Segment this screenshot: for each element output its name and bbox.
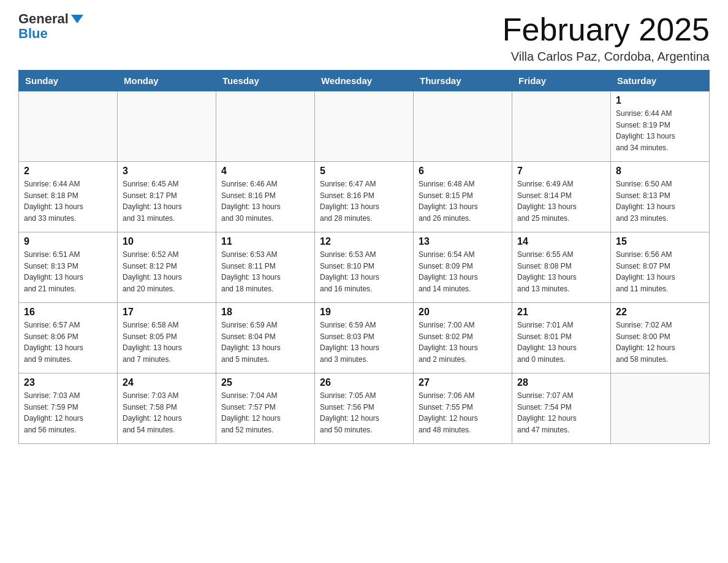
day-number: 22 bbox=[616, 307, 704, 318]
week-row-5: 23Sunrise: 7:03 AMSunset: 7:59 PMDayligh… bbox=[19, 373, 710, 444]
day-info: Sunrise: 6:53 AMSunset: 8:10 PMDaylight:… bbox=[320, 249, 408, 294]
day-info: Sunrise: 6:59 AMSunset: 8:04 PMDaylight:… bbox=[221, 320, 309, 365]
day-number: 6 bbox=[419, 166, 507, 177]
day-number: 8 bbox=[616, 166, 704, 177]
calendar-cell bbox=[414, 91, 512, 162]
calendar-cell: 23Sunrise: 7:03 AMSunset: 7:59 PMDayligh… bbox=[19, 373, 118, 444]
weekday-header-monday: Monday bbox=[118, 71, 216, 91]
day-number: 18 bbox=[221, 307, 309, 318]
calendar-cell: 26Sunrise: 7:05 AMSunset: 7:56 PMDayligh… bbox=[315, 373, 414, 444]
calendar-cell: 18Sunrise: 6:59 AMSunset: 8:04 PMDayligh… bbox=[216, 303, 315, 373]
weekday-header-thursday: Thursday bbox=[414, 71, 512, 91]
day-info: Sunrise: 6:59 AMSunset: 8:03 PMDaylight:… bbox=[320, 320, 408, 365]
page-header: General Blue February 2025 Villa Carlos … bbox=[18, 12, 710, 64]
day-info: Sunrise: 7:05 AMSunset: 7:56 PMDaylight:… bbox=[320, 390, 408, 435]
calendar-cell: 3Sunrise: 6:45 AMSunset: 8:17 PMDaylight… bbox=[118, 162, 216, 232]
day-info: Sunrise: 6:48 AMSunset: 8:15 PMDaylight:… bbox=[419, 178, 507, 224]
day-number: 21 bbox=[517, 307, 605, 318]
day-number: 28 bbox=[517, 377, 605, 388]
day-info: Sunrise: 6:52 AMSunset: 8:12 PMDaylight:… bbox=[123, 249, 211, 294]
calendar-cell: 17Sunrise: 6:58 AMSunset: 8:05 PMDayligh… bbox=[118, 303, 216, 373]
day-number: 3 bbox=[123, 166, 211, 177]
logo-arrow-icon bbox=[71, 15, 83, 23]
day-number: 9 bbox=[24, 236, 112, 247]
calendar-cell: 19Sunrise: 6:59 AMSunset: 8:03 PMDayligh… bbox=[315, 303, 414, 373]
day-info: Sunrise: 6:44 AMSunset: 8:18 PMDaylight:… bbox=[24, 178, 112, 224]
day-info: Sunrise: 6:51 AMSunset: 8:13 PMDaylight:… bbox=[24, 249, 112, 294]
day-info: Sunrise: 6:54 AMSunset: 8:09 PMDaylight:… bbox=[419, 249, 507, 294]
logo: General Blue bbox=[18, 12, 83, 42]
calendar-cell: 24Sunrise: 7:03 AMSunset: 7:58 PMDayligh… bbox=[118, 373, 216, 444]
calendar-table: SundayMondayTuesdayWednesdayThursdayFrid… bbox=[18, 70, 710, 444]
day-number: 7 bbox=[517, 166, 605, 177]
calendar-cell bbox=[216, 91, 315, 162]
day-info: Sunrise: 7:01 AMSunset: 8:01 PMDaylight:… bbox=[517, 320, 605, 365]
calendar-cell: 21Sunrise: 7:01 AMSunset: 8:01 PMDayligh… bbox=[512, 303, 611, 373]
location-subtitle: Villa Carlos Paz, Cordoba, Argentina bbox=[502, 50, 710, 64]
day-info: Sunrise: 6:50 AMSunset: 8:13 PMDaylight:… bbox=[616, 178, 704, 224]
calendar-cell: 8Sunrise: 6:50 AMSunset: 8:13 PMDaylight… bbox=[611, 162, 710, 232]
day-info: Sunrise: 6:46 AMSunset: 8:16 PMDaylight:… bbox=[221, 178, 309, 224]
calendar-cell bbox=[315, 91, 414, 162]
day-info: Sunrise: 6:44 AMSunset: 8:19 PMDaylight:… bbox=[616, 108, 704, 153]
calendar-cell: 5Sunrise: 6:47 AMSunset: 8:16 PMDaylight… bbox=[315, 162, 414, 232]
day-number: 24 bbox=[123, 377, 211, 388]
day-number: 12 bbox=[320, 236, 408, 247]
calendar-cell: 15Sunrise: 6:56 AMSunset: 8:07 PMDayligh… bbox=[611, 232, 710, 303]
weekday-header-saturday: Saturday bbox=[611, 71, 710, 91]
calendar-cell bbox=[118, 91, 216, 162]
calendar-cell: 22Sunrise: 7:02 AMSunset: 8:00 PMDayligh… bbox=[611, 303, 710, 373]
weekday-header-row: SundayMondayTuesdayWednesdayThursdayFrid… bbox=[19, 71, 710, 91]
calendar-cell: 20Sunrise: 7:00 AMSunset: 8:02 PMDayligh… bbox=[414, 303, 512, 373]
day-number: 15 bbox=[616, 236, 704, 247]
day-info: Sunrise: 6:45 AMSunset: 8:17 PMDaylight:… bbox=[123, 178, 211, 224]
week-row-1: 1Sunrise: 6:44 AMSunset: 8:19 PMDaylight… bbox=[19, 91, 710, 162]
day-info: Sunrise: 7:03 AMSunset: 7:58 PMDaylight:… bbox=[123, 390, 211, 435]
logo-text-blue: Blue bbox=[18, 26, 48, 42]
day-number: 13 bbox=[419, 236, 507, 247]
day-number: 10 bbox=[123, 236, 211, 247]
calendar-cell: 4Sunrise: 6:46 AMSunset: 8:16 PMDaylight… bbox=[216, 162, 315, 232]
calendar-cell: 11Sunrise: 6:53 AMSunset: 8:11 PMDayligh… bbox=[216, 232, 315, 303]
day-number: 26 bbox=[320, 377, 408, 388]
day-info: Sunrise: 6:53 AMSunset: 8:11 PMDaylight:… bbox=[221, 249, 309, 294]
day-number: 25 bbox=[221, 377, 309, 388]
calendar-cell: 1Sunrise: 6:44 AMSunset: 8:19 PMDaylight… bbox=[611, 91, 710, 162]
day-number: 5 bbox=[320, 166, 408, 177]
day-number: 2 bbox=[24, 166, 112, 177]
calendar-cell: 16Sunrise: 6:57 AMSunset: 8:06 PMDayligh… bbox=[19, 303, 118, 373]
calendar-cell: 7Sunrise: 6:49 AMSunset: 8:14 PMDaylight… bbox=[512, 162, 611, 232]
title-area: February 2025 Villa Carlos Paz, Cordoba,… bbox=[502, 12, 710, 64]
weekday-header-sunday: Sunday bbox=[19, 71, 118, 91]
day-number: 16 bbox=[24, 307, 112, 318]
day-info: Sunrise: 6:58 AMSunset: 8:05 PMDaylight:… bbox=[123, 320, 211, 365]
day-info: Sunrise: 7:06 AMSunset: 7:55 PMDaylight:… bbox=[419, 390, 507, 435]
day-info: Sunrise: 7:00 AMSunset: 8:02 PMDaylight:… bbox=[419, 320, 507, 365]
month-title: February 2025 bbox=[502, 12, 710, 47]
calendar-cell: 14Sunrise: 6:55 AMSunset: 8:08 PMDayligh… bbox=[512, 232, 611, 303]
weekday-header-friday: Friday bbox=[512, 71, 611, 91]
calendar-cell: 25Sunrise: 7:04 AMSunset: 7:57 PMDayligh… bbox=[216, 373, 315, 444]
day-info: Sunrise: 7:07 AMSunset: 7:54 PMDaylight:… bbox=[517, 390, 605, 435]
day-info: Sunrise: 7:03 AMSunset: 7:59 PMDaylight:… bbox=[24, 390, 112, 435]
week-row-2: 2Sunrise: 6:44 AMSunset: 8:18 PMDaylight… bbox=[19, 162, 710, 232]
day-number: 4 bbox=[221, 166, 309, 177]
weekday-header-tuesday: Tuesday bbox=[216, 71, 315, 91]
calendar-cell: 12Sunrise: 6:53 AMSunset: 8:10 PMDayligh… bbox=[315, 232, 414, 303]
day-number: 1 bbox=[616, 95, 704, 106]
calendar-cell: 10Sunrise: 6:52 AMSunset: 8:12 PMDayligh… bbox=[118, 232, 216, 303]
day-number: 17 bbox=[123, 307, 211, 318]
day-number: 20 bbox=[419, 307, 507, 318]
calendar-cell bbox=[19, 91, 118, 162]
day-info: Sunrise: 6:56 AMSunset: 8:07 PMDaylight:… bbox=[616, 249, 704, 294]
day-info: Sunrise: 6:49 AMSunset: 8:14 PMDaylight:… bbox=[517, 178, 605, 224]
day-number: 11 bbox=[221, 236, 309, 247]
day-info: Sunrise: 6:57 AMSunset: 8:06 PMDaylight:… bbox=[24, 320, 112, 365]
calendar-cell: 2Sunrise: 6:44 AMSunset: 8:18 PMDaylight… bbox=[19, 162, 118, 232]
day-info: Sunrise: 6:47 AMSunset: 8:16 PMDaylight:… bbox=[320, 178, 408, 224]
weekday-header-wednesday: Wednesday bbox=[315, 71, 414, 91]
day-info: Sunrise: 6:55 AMSunset: 8:08 PMDaylight:… bbox=[517, 249, 605, 294]
calendar-cell: 6Sunrise: 6:48 AMSunset: 8:15 PMDaylight… bbox=[414, 162, 512, 232]
logo-text-general: General bbox=[18, 12, 69, 26]
day-info: Sunrise: 7:04 AMSunset: 7:57 PMDaylight:… bbox=[221, 390, 309, 435]
